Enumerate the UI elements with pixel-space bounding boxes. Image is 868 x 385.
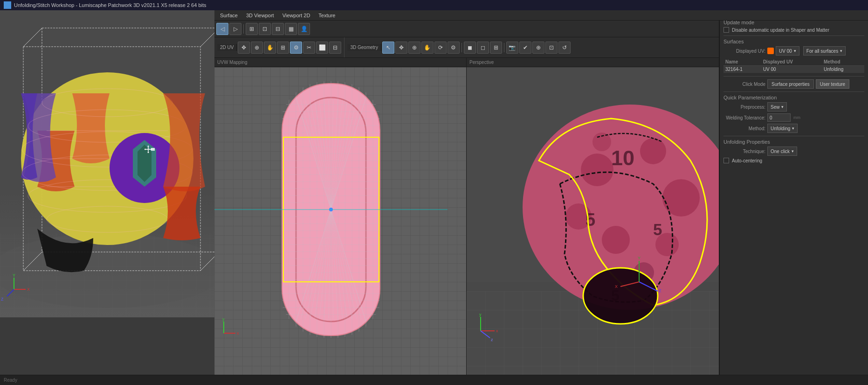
toolbar-btn-grid[interactable]: ⊞ — [246, 23, 258, 35]
tool-3d-check[interactable]: ✔ — [519, 42, 531, 54]
welding-unit: mm — [793, 115, 800, 120]
tool-2d-hand[interactable]: ✋ — [264, 42, 276, 54]
welding-tolerance-input[interactable] — [767, 113, 791, 122]
tool-2d-select[interactable]: ⊞ — [277, 42, 289, 54]
table-row[interactable]: 32164-1 UV 00 Unfolding — [723, 66, 864, 73]
svg-rect-25 — [151, 148, 155, 151]
tool-2d-cut[interactable]: ✂ — [303, 42, 315, 54]
perspective-panel-header: Perspective — [467, 58, 719, 67]
col-method: Method — [822, 58, 864, 66]
menu-viewport-2d[interactable]: Viewport 2D — [279, 12, 314, 19]
svg-point-117 — [592, 133, 611, 151]
preprocess-row: Preprocess: Sew — [723, 102, 864, 112]
auto-centering-checkbox[interactable] — [723, 158, 729, 163]
technique-row: Technique: One click — [723, 147, 864, 156]
surfaces-title: Surfaces — [723, 39, 864, 44]
col-name: Name — [723, 58, 761, 66]
divider-3 — [723, 91, 864, 92]
tool-3d-grid[interactable]: ⊡ — [545, 42, 558, 54]
tool-2d-move[interactable]: ✥ — [238, 42, 250, 54]
tool-2d-rect[interactable]: ⬜ — [316, 42, 328, 54]
click-mode-row: Click Mode Surface properties User textu… — [723, 79, 864, 89]
for-all-surfaces-dropdown[interactable]: For all surfaces — [803, 46, 846, 56]
sep-3d — [462, 43, 462, 52]
tool-3d-zoom[interactable]: ⊕ — [408, 42, 420, 54]
perspective-panel[interactable]: Perspective — [467, 58, 719, 385]
tool-3d-obj2[interactable]: ◻ — [477, 42, 489, 54]
displayed-uv-row: Displayed UV: UV 00 For all surfaces — [723, 46, 864, 56]
technique-dropdown[interactable]: One click — [767, 147, 797, 156]
menu-texture[interactable]: Texture — [315, 12, 339, 19]
tool-2d-save[interactable]: ⊟ — [329, 42, 341, 54]
quick-param-title: Quick Parameterization — [723, 95, 864, 100]
toolbar-top: ◁ ▷ ⊞ ⊡ ⊟ ▦ 👤 — [214, 21, 719, 37]
toolbar-btn-arrow-left[interactable]: ◁ — [216, 23, 228, 35]
uvw-panel-header: UVW Mapping — [214, 58, 466, 67]
window-title: Unfolding/Stitch Workshop - Lumiscaphe P… — [14, 2, 207, 8]
method-dropdown[interactable]: Unfolding — [767, 124, 798, 133]
tool-3d-select[interactable]: ↖ — [382, 42, 394, 54]
menu-surface[interactable]: Surface — [216, 12, 241, 19]
tool-3d-back[interactable]: ↺ — [558, 42, 571, 54]
technique-label: Technique: — [723, 149, 765, 154]
tool-3d-obj1[interactable]: ◼ — [464, 42, 476, 54]
svg-point-110 — [581, 154, 613, 186]
for-all-surfaces-label: For all surfaces — [806, 49, 838, 54]
menu-bar: Surface 3D Viewport Viewport 2D Texture — [214, 10, 868, 21]
sep-3d-2 — [504, 43, 504, 52]
svg-text:10: 10 — [611, 146, 634, 170]
svg-text:x: x — [237, 331, 239, 336]
tool-2d-zoom[interactable]: ⊕ — [251, 42, 263, 54]
uvw-panel[interactable]: UVW Mapping — [214, 58, 467, 385]
svg-rect-1 — [0, 233, 214, 317]
surface-properties-btn[interactable]: Surface properties — [767, 79, 814, 89]
preprocess-dropdown[interactable]: Sew — [767, 102, 787, 112]
tool-3d-obj3[interactable]: ⊞ — [490, 42, 502, 54]
displayed-uv-dropdown[interactable]: UV 00 — [776, 46, 799, 56]
svg-text:Z: Z — [1, 297, 4, 301]
toolbar-btn-grid4[interactable]: ▦ — [285, 23, 297, 35]
uvw-grid: x y — [214, 67, 466, 385]
auto-centering-label: Auto-centering — [732, 158, 762, 163]
uvw-panel-content: x y — [214, 67, 466, 385]
perspective-panel-content: 10 5 5 5 — [467, 67, 719, 385]
tool-3d-orbit[interactable]: ⟳ — [434, 42, 447, 54]
left-viewport-bg: X Y Z — [0, 0, 214, 317]
toolbar-2d-section: 2D UV ✥ ⊕ ✋ ⊞ ⚙ ✂ ⬜ ⊟ — [214, 37, 344, 57]
app-icon — [4, 1, 11, 9]
menu-3d-viewport[interactable]: 3D Viewport — [242, 12, 278, 19]
toolbar-btn-grid3[interactable]: ⊟ — [272, 23, 284, 35]
cell-name: 32164-1 — [723, 66, 761, 73]
svg-text:Y: Y — [638, 256, 641, 260]
preprocess-value: Sew — [771, 105, 779, 110]
preprocess-label: Preprocess: — [723, 105, 765, 110]
update-mode-checkbox[interactable] — [723, 27, 729, 33]
welding-tolerance-label: Welding Tolerance: — [723, 115, 765, 120]
method-row: Method: Unfolding — [723, 124, 864, 133]
tool-3d-zoom2[interactable]: ⊕ — [532, 42, 544, 54]
user-texture-btn[interactable]: User texture — [816, 79, 849, 89]
toolbar-btn-grid2[interactable]: ⊡ — [259, 23, 271, 35]
svg-text:y: y — [222, 317, 225, 322]
toolbar-3d-section: 3D Geometry ↖ ✥ ⊕ ✋ ⟳ ⚙ ◼ ◻ ⊞ 📷 ✔ ⊕ ⊡ ↺ — [344, 37, 573, 57]
svg-text:X: X — [27, 287, 30, 292]
tool-2d-rotate[interactable]: ⚙ — [290, 42, 302, 54]
svg-point-113 — [602, 226, 630, 254]
tool-3d-light[interactable]: ⚙ — [448, 42, 460, 54]
perspective-3d-bg: 10 5 5 5 — [467, 67, 719, 385]
click-mode-label: Click Mode — [723, 82, 765, 87]
uvw-panel-title: UVW Mapping — [217, 60, 247, 65]
tool-3d-cam[interactable]: 📷 — [506, 42, 518, 54]
update-mode-checkbox-label: Disable automatic update in Shaper and M… — [732, 28, 829, 33]
auto-centering-row: Auto-centering — [723, 158, 864, 163]
left-viewport[interactable]: Perspective — [0, 0, 214, 317]
divider-2 — [723, 76, 864, 77]
svg-line-3 — [23, 28, 42, 47]
right-panel-content: Update mode Disable automatic update in … — [720, 13, 868, 385]
tool-3d-hand[interactable]: ✋ — [421, 42, 434, 54]
toolbar-btn-person[interactable]: 👤 — [298, 23, 310, 35]
toolbar-btn-arrow-right[interactable]: ▷ — [229, 23, 241, 35]
tool-3d-move[interactable]: ✥ — [395, 42, 407, 54]
uv-color-dot — [767, 48, 774, 54]
svg-text:x: x — [496, 329, 498, 333]
